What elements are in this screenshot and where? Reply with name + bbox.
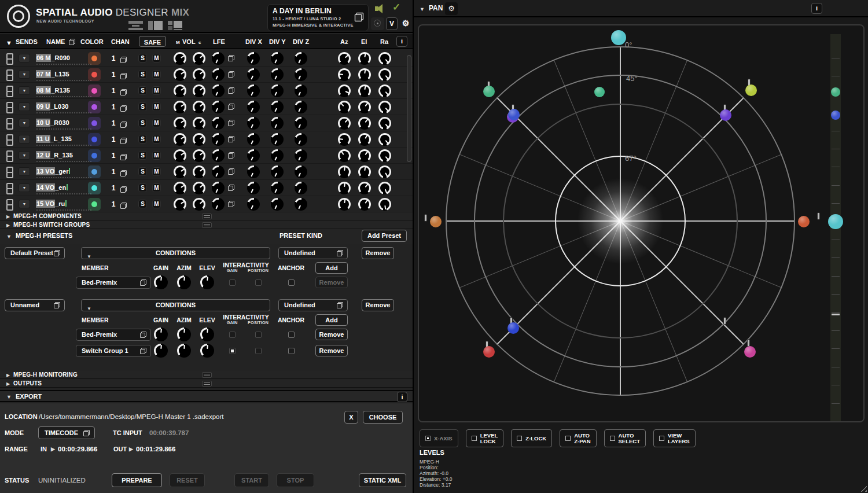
div-y-knob[interactable] xyxy=(271,117,284,130)
solo-button[interactable]: S xyxy=(138,167,147,176)
mute-button[interactable]: M xyxy=(152,102,161,111)
mute-button[interactable]: M xyxy=(152,119,161,127)
elevation-knob[interactable] xyxy=(358,198,371,211)
drag-handle-icon[interactable] xyxy=(6,183,12,193)
conditions-dropdown[interactable]: ▼CONDITIONS xyxy=(81,247,270,259)
anchor-checkbox[interactable] xyxy=(288,348,295,354)
radius-knob[interactable] xyxy=(378,149,391,162)
azimuth-knob[interactable] xyxy=(338,133,351,146)
channel-duplicate-icon[interactable] xyxy=(120,73,127,79)
range-out-arrow-icon[interactable]: ▶ xyxy=(129,446,133,452)
session-duplicate-icon[interactable] xyxy=(355,13,363,21)
vol-m-knob[interactable] xyxy=(174,165,186,178)
member-elev-knob[interactable] xyxy=(200,344,214,358)
add-member-button[interactable]: Add xyxy=(315,314,348,326)
lfe-duplicate-icon[interactable] xyxy=(228,185,234,191)
solo-button[interactable]: S xyxy=(138,183,147,192)
channel-color-chip[interactable] xyxy=(88,68,101,81)
anchor-checkbox[interactable] xyxy=(288,279,295,286)
pan-toggle-auto-select[interactable]: AUTOSELECT xyxy=(604,429,646,447)
div-x-knob[interactable] xyxy=(247,182,260,194)
div-y-knob[interactable] xyxy=(271,165,284,178)
div-y-knob[interactable] xyxy=(271,84,284,97)
channel-color-chip[interactable] xyxy=(88,133,101,146)
channel-duplicate-icon[interactable] xyxy=(120,105,127,112)
div-z-knob[interactable] xyxy=(295,198,307,211)
div-z-knob[interactable] xyxy=(295,182,307,194)
preset-kind-dropdown[interactable]: Undefined xyxy=(278,247,348,259)
channel-color-chip[interactable] xyxy=(88,198,101,211)
div-x-knob[interactable] xyxy=(247,149,260,162)
lfe-knob[interactable] xyxy=(212,182,225,194)
elevation-knob[interactable] xyxy=(358,182,371,194)
drag-grip-icon[interactable] xyxy=(202,222,212,228)
azimuth-knob[interactable] xyxy=(338,149,351,162)
pan-source-dot[interactable] xyxy=(798,216,810,227)
interactivity-position-checkbox[interactable] xyxy=(255,332,262,338)
member-azim-knob[interactable] xyxy=(177,275,191,289)
pan-toggle-level-lock[interactable]: LEVELLOCK xyxy=(466,429,504,447)
drag-handle-icon[interactable] xyxy=(6,199,12,209)
output-circle-icon[interactable] xyxy=(371,17,384,30)
row-dropdown-icon[interactable]: ▼ xyxy=(19,183,30,192)
div-y-knob[interactable] xyxy=(271,52,284,65)
lfe-duplicate-icon[interactable] xyxy=(228,120,234,126)
vol-m-knob[interactable] xyxy=(174,52,186,65)
member-field[interactable]: Bed-Premix xyxy=(76,329,151,341)
row-dropdown-icon[interactable]: ▼ xyxy=(19,70,30,79)
range-in-arrow-icon[interactable]: ▶ xyxy=(51,446,55,452)
drag-handle-icon[interactable] xyxy=(6,167,12,177)
section-mpegh-components[interactable]: ▶MPEG-H COMPONENTS xyxy=(0,212,413,220)
lfe-knob[interactable] xyxy=(212,101,225,113)
anchor-checkbox[interactable] xyxy=(288,332,295,338)
lfe-knob[interactable] xyxy=(212,149,225,162)
member-field[interactable]: Bed-Premix xyxy=(76,277,151,289)
elevation-knob[interactable] xyxy=(358,101,371,113)
member-gain-knob[interactable] xyxy=(154,344,168,358)
channel-name-field[interactable]: 07 M_L135 xyxy=(36,71,69,78)
drag-handle-icon[interactable] xyxy=(6,69,12,80)
elevation-knob[interactable] xyxy=(358,133,371,146)
add-preset-button[interactable]: Add Preset xyxy=(362,230,407,242)
clear-location-button[interactable]: X xyxy=(344,411,358,424)
ladder-source-dot[interactable] xyxy=(828,214,843,229)
vol-m-knob[interactable] xyxy=(174,149,186,162)
channel-color-chip[interactable] xyxy=(88,117,101,130)
solo-button[interactable]: S xyxy=(138,54,147,62)
pan-toggle-z-lock[interactable]: Z-LOCK xyxy=(511,429,552,447)
mute-button[interactable]: M xyxy=(152,135,161,144)
speaker-icon[interactable] xyxy=(375,3,387,14)
azimuth-knob[interactable] xyxy=(338,165,351,178)
channel-name-field[interactable]: 11 U_L_135 xyxy=(36,135,72,142)
start-button[interactable]: START xyxy=(234,473,269,487)
add-member-button[interactable]: Add xyxy=(315,262,348,274)
pan-source-dot[interactable] xyxy=(507,322,519,334)
div-z-knob[interactable] xyxy=(295,133,307,146)
vol-c-knob[interactable] xyxy=(193,182,205,194)
channel-color-chip[interactable] xyxy=(88,101,101,113)
pan-source-dot[interactable] xyxy=(720,109,731,121)
div-x-knob[interactable] xyxy=(247,68,260,81)
div-z-knob[interactable] xyxy=(295,84,307,97)
pan-toggle-x-axis[interactable]: X-AXIS xyxy=(420,429,458,447)
conditions-dropdown[interactable]: ▼CONDITIONS xyxy=(81,299,270,311)
div-y-knob[interactable] xyxy=(271,198,284,211)
drag-handle-icon[interactable] xyxy=(6,86,12,96)
member-field[interactable]: Switch Group 1 xyxy=(76,345,151,357)
interactivity-gain-checkbox[interactable] xyxy=(229,348,236,354)
div-y-knob[interactable] xyxy=(271,149,284,162)
vol-c-knob[interactable] xyxy=(193,165,205,178)
pan-source-dot[interactable] xyxy=(744,346,756,358)
remove-member-button[interactable]: Remove xyxy=(315,345,348,356)
solo-button[interactable]: S xyxy=(138,102,147,111)
elevation-knob[interactable] xyxy=(358,149,371,162)
channel-color-chip[interactable] xyxy=(88,149,101,162)
vol-c-knob[interactable] xyxy=(193,84,205,97)
col-sends[interactable]: SENDS xyxy=(16,38,38,45)
channel-duplicate-icon[interactable] xyxy=(120,186,127,193)
drag-grip-icon[interactable] xyxy=(202,214,212,219)
lfe-duplicate-icon[interactable] xyxy=(228,136,234,142)
channel-name-field[interactable]: 08 M_R135 xyxy=(36,87,70,94)
radius-knob[interactable] xyxy=(378,101,391,113)
range-out-value[interactable]: 00:01:29.866 xyxy=(136,446,175,452)
